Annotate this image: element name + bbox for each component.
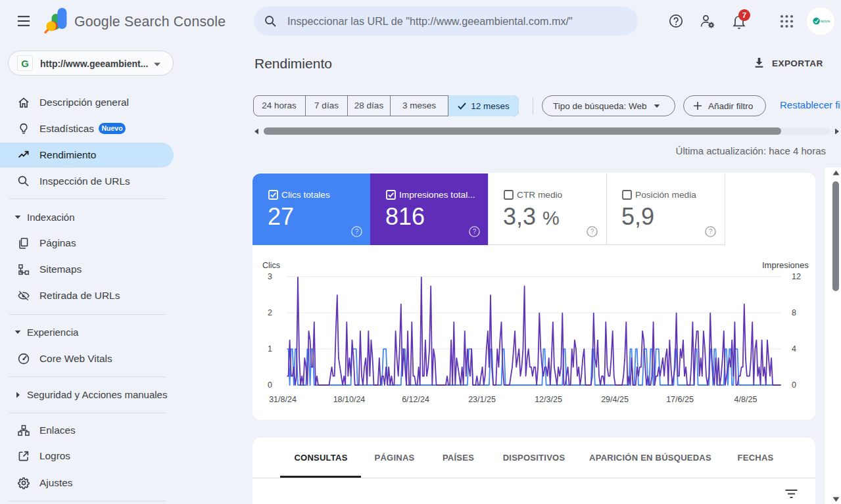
- svg-text:laplytas: laplytas: [821, 20, 830, 23]
